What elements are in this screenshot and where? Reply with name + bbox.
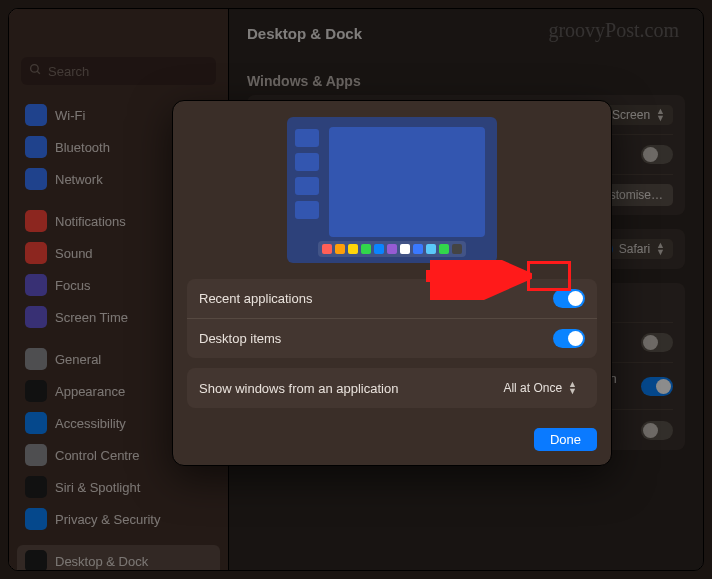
chevron-updown-icon: ▲▼: [568, 381, 577, 395]
mission-control-preview: [287, 117, 497, 263]
settings-window: Search Wi-FiBluetoothNetworkNotification…: [8, 8, 704, 571]
highlight-box: [527, 261, 571, 291]
sheet-card-2: Show windows from an application All at …: [187, 368, 597, 408]
row-desktop-items: Desktop items: [187, 319, 597, 358]
done-button[interactable]: Done: [534, 428, 597, 451]
toggle-recent-apps[interactable]: [553, 289, 585, 308]
arrow-icon: [422, 260, 532, 300]
toggle-desktop-items[interactable]: [553, 329, 585, 348]
show-windows-select[interactable]: All at Once ▲▼: [495, 378, 585, 398]
row-show-windows: Show windows from an application All at …: [187, 368, 597, 408]
